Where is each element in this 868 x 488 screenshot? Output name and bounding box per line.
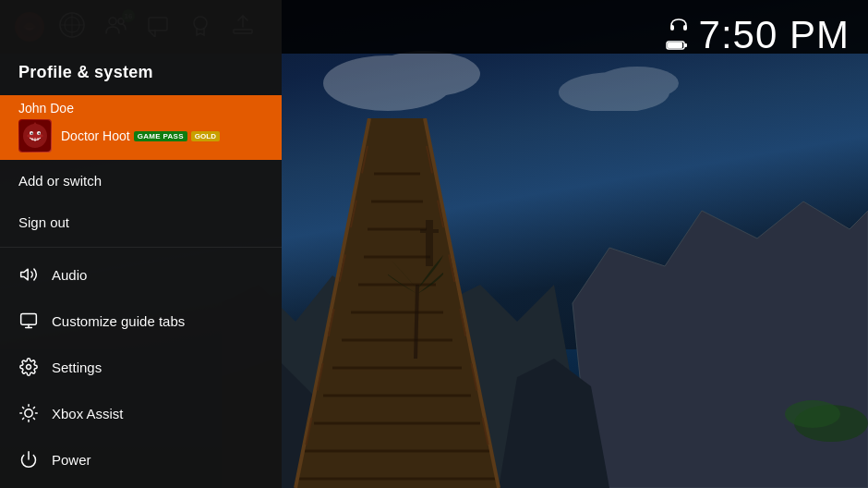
svg-rect-41: [670, 25, 674, 30]
svg-line-65: [33, 418, 34, 419]
svg-point-51: [39, 133, 41, 135]
add-switch-label: Add or switch: [18, 173, 102, 189]
sidebar-title: Profile & system: [18, 63, 263, 82]
svg-line-69: [33, 408, 34, 409]
power-item[interactable]: Power: [0, 436, 282, 482]
svg-point-50: [31, 133, 33, 135]
customize-item[interactable]: Customize guide tabs: [0, 298, 282, 344]
power-label: Power: [52, 452, 91, 468]
user-avatar: [18, 119, 52, 152]
audio-item[interactable]: Audio: [0, 251, 282, 298]
sign-out-item[interactable]: Sign out: [0, 201, 282, 243]
add-switch-item[interactable]: Add or switch: [0, 160, 282, 201]
svg-rect-30: [426, 220, 433, 266]
xbox-assist-label: Xbox Assist: [52, 406, 124, 421]
svg-point-2: [332, 60, 406, 97]
settings-label: Settings: [52, 360, 102, 375]
sidebar-header: Profile & system: [0, 0, 282, 95]
monitor-icon: [18, 311, 39, 331]
battery-icon: [666, 38, 688, 55]
svg-line-64: [23, 408, 24, 409]
svg-line-68: [23, 418, 24, 419]
volume-icon: [18, 264, 39, 285]
sidebar-panel: Profile & system John Doe: [0, 0, 282, 488]
lightbulb-icon: [18, 403, 39, 423]
user-name: John Doe: [18, 101, 263, 116]
headset-icon: [669, 17, 688, 35]
user-gamertag: Doctor Hoot: [61, 128, 130, 143]
svg-point-60: [27, 365, 31, 370]
clock-area: 7:50 PM: [666, 13, 850, 57]
svg-rect-31: [420, 229, 439, 233]
svg-line-29: [416, 285, 417, 359]
active-user-item[interactable]: John Doe: [0, 95, 282, 160]
svg-point-4: [596, 67, 679, 100]
badge-gold: GOLD: [191, 131, 220, 141]
svg-point-61: [25, 409, 32, 417]
power-icon: [18, 449, 39, 470]
svg-marker-5: [573, 201, 868, 488]
settings-item[interactable]: Settings: [0, 344, 282, 390]
svg-marker-56: [21, 269, 29, 280]
svg-point-11: [785, 400, 840, 428]
badge-gamepass: GAME PASS: [134, 131, 187, 141]
svg-rect-57: [21, 314, 37, 325]
gear-icon: [18, 357, 39, 377]
svg-rect-44: [684, 43, 687, 47]
svg-rect-42: [683, 25, 687, 30]
audio-label: Audio: [52, 267, 87, 283]
customize-label: Customize guide tabs: [52, 313, 185, 329]
clock-time: 7:50 PM: [699, 13, 850, 57]
sign-out-label: Sign out: [18, 214, 69, 230]
svg-rect-45: [668, 43, 682, 48]
menu-divider-1: [0, 247, 282, 248]
xbox-assist-item[interactable]: Xbox Assist: [0, 390, 282, 436]
